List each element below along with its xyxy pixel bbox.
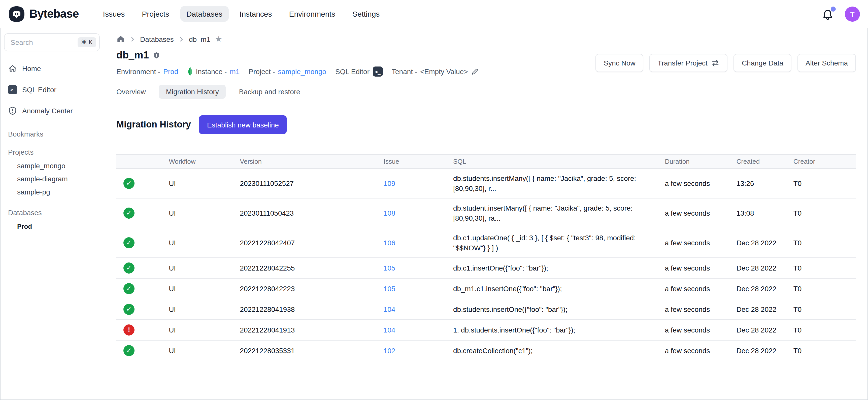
instance-link[interactable]: m1 (230, 67, 240, 75)
col-sql: SQL (453, 154, 665, 168)
sidebar-databases-list: Prod (4, 220, 100, 233)
brand-wordmark: Bytebase (29, 7, 79, 21)
sidebar-item-sql-editor[interactable]: >_ SQL Editor (4, 81, 100, 99)
nav-projects[interactable]: Projects (136, 6, 175, 22)
issue-link[interactable]: 104 (383, 305, 396, 313)
nav-settings[interactable]: Settings (346, 6, 385, 22)
avatar[interactable]: T (845, 6, 860, 22)
sidebar-section-bookmarks: Bookmarks (4, 130, 100, 138)
app-window: Bytebase Issues Projects Databases Insta… (0, 0, 868, 400)
issue-link[interactable]: 102 (383, 347, 396, 355)
table-row[interactable]: UI 20221228042255 105 db.c1.insertOne({"… (116, 258, 856, 278)
sql-cell: db.student.insertMany([ { name: "Jacika"… (453, 198, 665, 228)
search-box[interactable]: ⌘ K (4, 33, 100, 51)
change-data-button[interactable]: Change Data (734, 54, 792, 72)
breadcrumb: Databases db_m1 ★ (116, 35, 856, 43)
duration-cell: a few seconds (665, 168, 736, 198)
status-icon (123, 237, 134, 248)
tenant-label: Tenant - (392, 67, 417, 75)
meta-project: Project - sample_mongo (249, 67, 326, 75)
version-cell: 20221228042255 (240, 258, 383, 278)
issue-link[interactable]: 109 (383, 179, 396, 187)
tenant-value: <Empty Value> (420, 67, 468, 75)
workflow-cell: UI (169, 168, 240, 198)
col-duration: Duration (665, 154, 736, 168)
brand-logo[interactable]: Bytebase (8, 5, 79, 23)
alter-schema-button[interactable]: Alter Schema (798, 54, 856, 72)
created-cell: Dec 28 2022 (737, 340, 794, 361)
sidebar-item-home[interactable]: Home (4, 59, 100, 78)
database-meta: Environment - Prod Instance - m1 Project… (116, 66, 484, 76)
meta-environment: Environment - Prod (116, 67, 178, 75)
search-input[interactable] (9, 38, 77, 47)
table-row[interactable]: UI 20230111050423 108 db.student.insertM… (116, 198, 856, 228)
home-icon (8, 64, 17, 73)
database-tabs: Overview Migration History Backup and re… (116, 85, 856, 103)
tab-migration-history[interactable]: Migration History (159, 85, 226, 99)
table-row[interactable]: UI 20221228035331 102 db.createCollectio… (116, 340, 856, 361)
mongodb-leaf-icon (187, 66, 193, 76)
tab-backup-and-restore[interactable]: Backup and restore (239, 85, 300, 99)
sidebar-project-item[interactable]: sample-diagram (4, 172, 100, 185)
table-row[interactable]: UI 20221228041938 104 db.students.insert… (116, 299, 856, 320)
workflow-cell: UI (169, 278, 240, 299)
home-breadcrumb-icon[interactable] (116, 35, 125, 43)
sidebar-item-label: Home (22, 64, 41, 72)
col-version: Version (240, 154, 383, 168)
table-row[interactable]: UI 20230111052527 109 db.students.insert… (116, 168, 856, 198)
nav-instances[interactable]: Instances (234, 6, 278, 22)
col-workflow: Workflow (169, 154, 240, 168)
issue-link[interactable]: 108 (383, 209, 396, 217)
sidebar-item-label: SQL Editor (22, 86, 56, 94)
bookmark-star-icon[interactable]: ★ (215, 35, 222, 43)
nav-issues[interactable]: Issues (97, 6, 131, 22)
duration-cell: a few seconds (665, 340, 736, 361)
version-cell: 20221228035331 (240, 340, 383, 361)
table-row[interactable]: UI 20221228042407 106 db.c1.updateOne( {… (116, 228, 856, 258)
col-creator: Creator (794, 154, 856, 168)
terminal-icon: >_ (8, 85, 17, 94)
status-icon (123, 304, 134, 315)
project-link[interactable]: sample_mongo (278, 67, 326, 75)
sync-now-button[interactable]: Sync Now (596, 54, 644, 72)
top-nav-links: Issues Projects Databases Instances Envi… (97, 6, 386, 22)
created-cell: Dec 28 2022 (737, 320, 794, 340)
transfer-project-button[interactable]: Transfer Project (650, 54, 728, 72)
terminal-icon[interactable]: >_ (373, 66, 383, 76)
duration-cell: a few seconds (665, 228, 736, 258)
issue-link[interactable]: 105 (383, 264, 396, 272)
meta-tenant: Tenant - <Empty Value> (392, 67, 478, 75)
sql-cell: db_m1.c1.insertOne({"foo": "bar"}); (453, 278, 665, 299)
breadcrumb-databases[interactable]: Databases (140, 35, 174, 43)
table-row[interactable]: UI 20221228042223 105 db_m1.c1.insertOne… (116, 278, 856, 299)
issue-link[interactable]: 105 (383, 285, 396, 293)
establish-baseline-button[interactable]: Establish new baseline (199, 115, 287, 134)
workflow-cell: UI (169, 198, 240, 228)
sql-cell: db.c1.insertOne({"foo": "bar"}); (453, 258, 665, 278)
table-row[interactable]: UI 20221228041913 104 1. db.students.ins… (116, 320, 856, 340)
sidebar-project-item[interactable]: sample-pg (4, 185, 100, 198)
page-title: db_m1 (116, 50, 149, 61)
environment-link[interactable]: Prod (163, 67, 178, 75)
sidebar: ⌘ K Home >_ SQL Editor (0, 28, 104, 400)
chevron-right-icon (129, 36, 135, 42)
shield-alert-icon (8, 106, 17, 115)
meta-sql-editor[interactable]: SQL Editor >_ (335, 66, 383, 76)
issue-link[interactable]: 106 (383, 239, 396, 247)
breadcrumb-current[interactable]: db_m1 (189, 35, 211, 43)
version-cell: 20221228042407 (240, 228, 383, 258)
status-icon (123, 345, 134, 356)
creator-cell: T0 (794, 299, 856, 320)
nav-databases[interactable]: Databases (180, 6, 228, 22)
sidebar-database-item[interactable]: Prod (4, 220, 100, 233)
edit-pencil-icon[interactable] (471, 68, 478, 75)
nav-environments[interactable]: Environments (283, 6, 341, 22)
issue-link[interactable]: 104 (383, 326, 396, 334)
chevron-right-icon (178, 36, 184, 42)
version-cell: 20221228041913 (240, 320, 383, 340)
sidebar-project-item[interactable]: sample_mongo (4, 159, 100, 172)
col-status (116, 154, 169, 168)
sidebar-item-anomaly-center[interactable]: Anomaly Center (4, 102, 100, 120)
tab-overview[interactable]: Overview (116, 85, 146, 99)
notification-bell-icon[interactable] (822, 8, 834, 20)
